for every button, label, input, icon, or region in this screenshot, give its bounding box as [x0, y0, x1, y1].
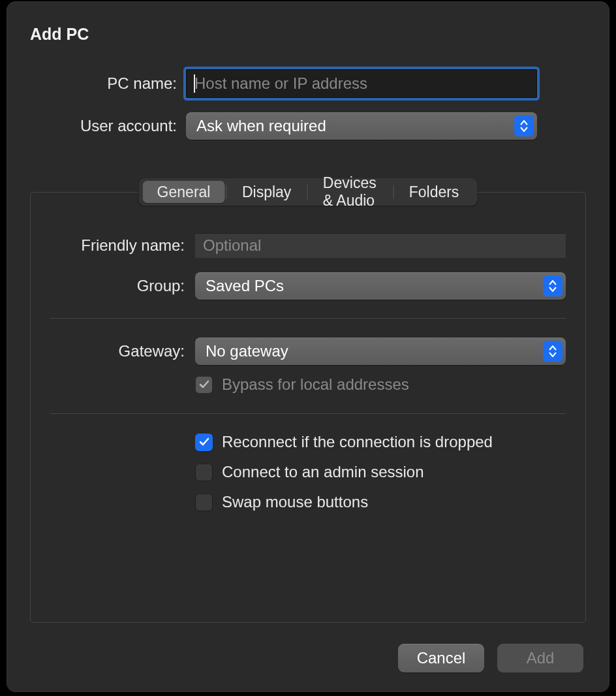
tab-display[interactable]: Display — [228, 181, 305, 203]
user-account-value: Ask when required — [196, 117, 326, 135]
bypass-checkbox — [195, 376, 213, 394]
user-account-label: User account: — [7, 117, 186, 135]
pc-name-label: PC name: — [7, 74, 186, 93]
group-value: Saved PCs — [206, 277, 284, 295]
admin-session-label: Connect to an admin session — [222, 463, 424, 481]
gateway-value: No gateway — [206, 342, 288, 360]
bypass-label: Bypass for local addresses — [222, 375, 409, 394]
updown-icon — [543, 341, 562, 362]
tab-folders[interactable]: Folders — [395, 181, 474, 203]
swap-mouse-label: Swap mouse buttons — [222, 493, 368, 511]
settings-groupbox: General Display Devices & Audio Folders … — [30, 192, 586, 623]
pc-name-input[interactable] — [186, 69, 537, 98]
divider — [50, 413, 566, 414]
text-caret — [194, 74, 195, 93]
user-account-select[interactable]: Ask when required — [186, 112, 537, 140]
reconnect-checkbox[interactable] — [195, 434, 213, 451]
add-pc-dialog: Add PC PC name: User account: Ask when r… — [7, 1, 609, 692]
divider — [50, 318, 566, 319]
group-label: Group: — [31, 277, 195, 295]
updown-icon — [543, 276, 562, 296]
dialog-title: Add PC — [30, 25, 89, 44]
swap-mouse-checkbox[interactable] — [195, 494, 213, 511]
tab-general[interactable]: General — [143, 181, 225, 203]
group-select[interactable]: Saved PCs — [195, 272, 566, 300]
admin-session-checkbox[interactable] — [195, 464, 213, 481]
general-pane: Friendly name: Group: Saved PCs Gateway: — [31, 224, 585, 622]
dialog-footer: Cancel Add — [398, 644, 583, 672]
tab-bar: General Display Devices & Audio Folders — [139, 178, 478, 206]
reconnect-label: Reconnect if the connection is dropped — [222, 433, 493, 451]
gateway-label: Gateway: — [31, 342, 195, 360]
tab-devices-audio[interactable]: Devices & Audio — [309, 181, 392, 203]
gateway-select[interactable]: No gateway — [195, 338, 566, 365]
updown-icon — [514, 116, 534, 136]
add-button[interactable]: Add — [497, 644, 583, 672]
cancel-button[interactable]: Cancel — [398, 644, 484, 672]
friendly-name-label: Friendly name: — [31, 236, 195, 255]
friendly-name-input[interactable] — [195, 233, 566, 258]
